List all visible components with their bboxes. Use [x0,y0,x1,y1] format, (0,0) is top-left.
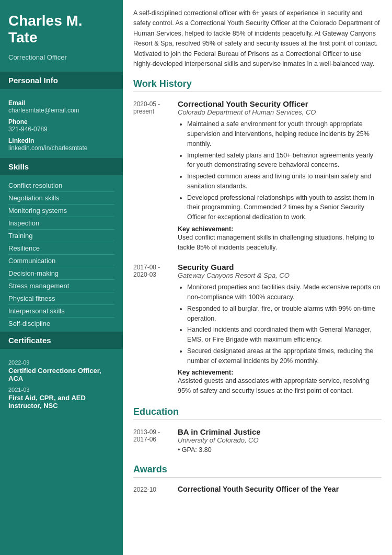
award-block: 2022-10Correctional Youth Security Offic… [133,485,382,493]
jobs-list: 2020-05 - presentCorrectional Youth Secu… [133,99,382,396]
cert-name: First Aid, CPR, and AED Instructor, NSC [8,394,114,410]
certificates-header: Certificates [0,332,123,349]
job-date: 2020-05 - present [133,99,178,252]
cert-date: 2022-09 [8,359,114,366]
achievement-label: Key achievement: [178,225,382,233]
summary-text: A self-disciplined correctional officer … [133,8,382,69]
skill-item: Training [8,230,114,242]
edu-school: University of Colorado, CO [178,436,382,444]
job-content: Correctional Youth Security OfficerColor… [178,99,382,252]
job-block: 2020-05 - presentCorrectional Youth Secu… [133,99,382,252]
candidate-name: Charles M. Tate [8,13,114,46]
education-section: Education 2013-09 - 2017-06BA in Crimina… [133,406,382,454]
achievement-text: Used conflict management skills in chall… [178,233,382,253]
award-name: Correctional Youth Security Officer of t… [178,485,339,493]
personal-info-section: Personal Info Email charlesmtate@email.c… [0,72,123,156]
job-bullet: Secured designated areas at the appropri… [187,346,382,366]
work-history-section: Work History 2020-05 - presentCorrection… [133,78,382,396]
job-company: Colorado Department of Human Services, C… [178,108,382,116]
edu-content: BA in Criminal JusticeUniversity of Colo… [178,427,382,454]
job-bullet: Maintained a safe environment for youth … [187,119,382,149]
certificates-section: Certificates 2022-09Certified Correction… [0,332,123,414]
edu-degree: BA in Criminal Justice [178,427,382,436]
edu-gpa: • GPA: 3.80 [178,446,382,454]
skill-item: Self-discipline [8,318,114,330]
work-history-header: Work History [133,78,382,92]
job-title: Correctional Youth Security Officer [178,99,382,108]
skills-section: Skills Conflict resolutionNegotiation sk… [0,158,123,330]
job-title: Security Guard [178,263,382,271]
job-date: 2017-08 - 2020-03 [133,263,178,396]
personal-info-block: Email charlesmtate@email.com Phone 321-9… [0,93,123,156]
job-block: 2017-08 - 2020-03Security GuardGateway C… [133,263,382,396]
skill-item: Conflict resolution [8,179,114,192]
personal-info-header: Personal Info [0,72,123,89]
job-bullet: Developed professional relationships wit… [187,193,382,222]
skill-item: Resilience [8,242,114,255]
job-bullets: Maintained a safe environment for youth … [178,119,382,222]
job-bullet: Responded to all burglar, fire, or troub… [187,304,382,324]
job-bullet: Inspected common areas and living units … [187,172,382,191]
skill-item: Inspection [8,217,114,230]
skill-item: Communication [8,255,114,267]
linkedin-value: linkedin.com/in/charlesmtate [8,144,114,152]
skill-item: Monitoring systems [8,205,114,217]
cert-name: Certified Corrections Officer, ACA [8,367,114,382]
achievement-label: Key achievement: [178,369,382,376]
job-company: Gateway Canyons Resort & Spa, CO [178,271,382,279]
awards-list: 2022-10Correctional Youth Security Offic… [133,485,382,493]
edu-date: 2013-09 - 2017-06 [133,427,178,454]
education-header: Education [133,406,382,420]
linkedin-label: LinkedIn [8,137,114,144]
education-list: 2013-09 - 2017-06BA in Criminal JusticeU… [133,427,382,454]
email-value: charlesmtate@email.com [8,107,114,114]
email-label: Email [8,99,114,107]
job-bullets: Monitored properties and facilities dail… [178,282,382,366]
sidebar: Charles M. Tate Correctional Officer Per… [0,0,123,555]
awards-section: Awards 2022-10Correctional Youth Securit… [133,464,382,493]
edu-block: 2013-09 - 2017-06BA in Criminal JusticeU… [133,427,382,454]
achievement-text: Assisted guests and associates with appr… [178,376,382,396]
skill-item: Interpersonal skills [8,305,114,318]
main-content: A self-disciplined correctional officer … [123,0,392,555]
awards-header: Awards [133,464,382,478]
award-date: 2022-10 [133,485,178,493]
phone-value: 321-946-0789 [8,126,114,133]
phone-label: Phone [8,118,114,126]
candidate-title: Correctional Officer [0,51,123,70]
cert-date: 2021-03 [8,387,114,393]
skill-item: Decision-making [8,267,114,280]
job-bullet: Monitored properties and facilities dail… [187,282,382,302]
certificates-block: 2022-09Certified Corrections Officer, AC… [0,353,123,414]
job-bullet: Implemented safety plans and 150+ behavi… [187,151,382,171]
job-bullet: Handled incidents and coordinated them w… [187,325,382,345]
skill-item: Stress management [8,280,114,292]
skill-item: Physical fitness [8,292,114,305]
resume-container: Charles M. Tate Correctional Officer Per… [0,0,392,555]
skill-item: Negotiation skills [8,192,114,205]
skills-list: Conflict resolutionNegotiation skillsMon… [0,179,123,330]
skills-header: Skills [0,158,123,175]
job-content: Security GuardGateway Canyons Resort & S… [178,263,382,396]
sidebar-name-block: Charles M. Tate [0,0,123,51]
